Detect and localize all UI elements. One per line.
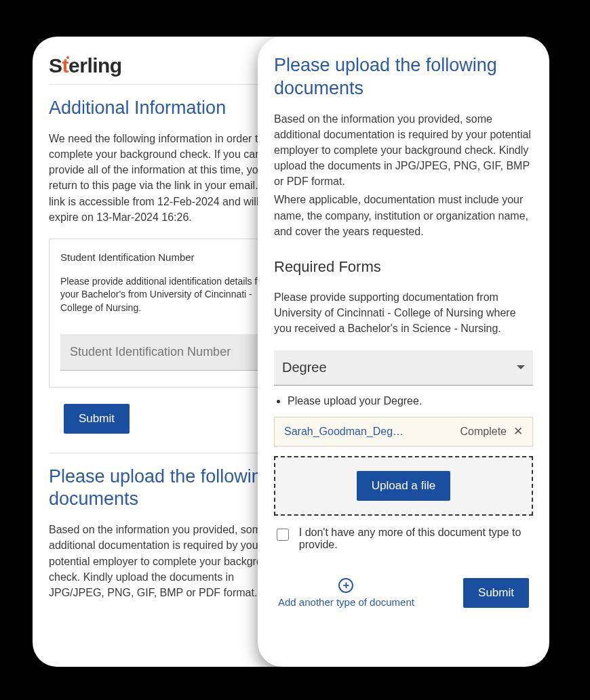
add-document-label: Add another type of document [278,596,414,609]
required-forms-help: Please provide supporting documentation … [274,289,533,337]
add-document-button[interactable]: + Add another type of document [278,578,414,609]
document-type-select[interactable]: Degree [274,350,533,386]
upload-instruction-item: Please upload your Degree. [288,395,533,407]
plus-icon: + [338,578,353,593]
card-upload-docs: Please upload the following documents Ba… [258,37,549,667]
no-more-docs-checkbox[interactable] [277,528,289,541]
submit-button[interactable]: Submit [463,578,529,608]
no-more-docs-row[interactable]: I don't have any more of this document t… [274,527,533,551]
footer-row: + Add another type of document Submit [274,578,533,609]
chevron-down-icon [517,365,525,369]
divider [49,84,288,85]
heading-upload-docs: Please upload the following documents [274,54,533,100]
heading-required-forms: Required Forms [274,258,533,276]
upload-file-button[interactable]: Upload a file [357,471,451,501]
document-type-label: Degree [282,360,327,375]
student-id-label: Student Identification Number [60,251,276,263]
remove-file-icon[interactable]: ✕ [513,426,523,437]
student-id-form: Student Identification Number Please pro… [49,239,288,388]
uploaded-file-name: Sarah_Goodman_Deg… [284,426,451,438]
heading-upload-docs: Please upload the following documents [49,466,288,512]
uploaded-file-status: Complete [460,426,507,438]
student-id-input[interactable] [60,334,276,371]
upload-intro-line1: Based on the information you provided, s… [274,111,533,190]
intro-text: We need the following information in ord… [49,131,288,225]
file-dropzone[interactable]: Upload a file [274,456,533,516]
divider [49,453,288,453]
upload-intro-text: Based on the information you provided, s… [49,522,288,600]
upload-intro-line2: Where applicable, documentation must inc… [274,192,533,239]
no-more-docs-label: I don't have any more of this document t… [299,527,533,551]
upload-instruction-list: Please upload your Degree. [288,395,533,407]
uploaded-file-chip: Sarah_Goodman_Deg… Complete ✕ [274,417,533,447]
brand-logo: Sterling [49,54,288,77]
student-id-help: Please provide additional identification… [60,275,276,315]
submit-button[interactable]: Submit [64,404,130,434]
heading-additional-info: Additional Information [49,97,288,120]
